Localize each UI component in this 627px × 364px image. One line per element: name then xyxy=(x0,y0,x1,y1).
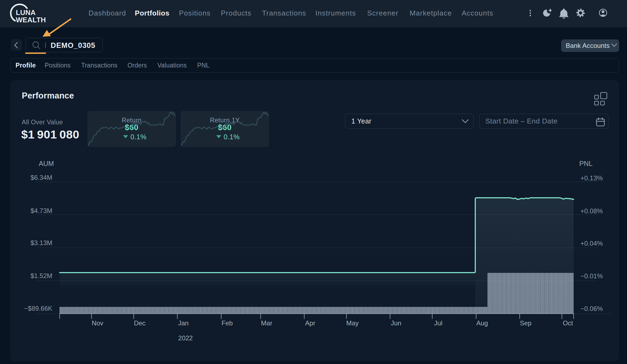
svg-text:Dec: Dec xyxy=(134,319,146,327)
svg-text:+0.13%: +0.13% xyxy=(580,174,603,182)
svg-text:$1.52M: $1.52M xyxy=(31,272,52,279)
svg-text:Nov: Nov xyxy=(92,319,104,327)
svg-text:+0.08%: +0.08% xyxy=(580,207,603,215)
svg-text:−0.06%: −0.06% xyxy=(580,305,603,312)
svg-text:LUNA: LUNA xyxy=(16,8,36,17)
svg-text:Jun: Jun xyxy=(391,319,401,327)
svg-text:2022: 2022 xyxy=(178,334,193,342)
svg-text:Aug: Aug xyxy=(476,319,488,327)
svg-text:$6.34M: $6.34M xyxy=(31,174,52,181)
svg-text:$4.73M: $4.73M xyxy=(31,207,52,214)
svg-text:Jan: Jan xyxy=(178,319,189,327)
svg-text:May: May xyxy=(346,319,358,327)
svg-text:−$89.66K: −$89.66K xyxy=(24,305,52,312)
svg-text:Oct: Oct xyxy=(563,319,573,327)
svg-text:PNL: PNL xyxy=(579,160,593,167)
svg-text:AUM: AUM xyxy=(39,160,54,167)
svg-text:WEALTH: WEALTH xyxy=(16,16,46,24)
svg-text:−0.01%: −0.01% xyxy=(580,272,603,280)
svg-text:$3.13M: $3.13M xyxy=(31,239,52,246)
svg-text:Jul: Jul xyxy=(434,319,443,327)
svg-text:Apr: Apr xyxy=(305,319,315,327)
svg-text:+0.04%: +0.04% xyxy=(580,240,603,247)
svg-text:Sep: Sep xyxy=(520,319,532,327)
svg-text:Mar: Mar xyxy=(261,319,272,327)
svg-text:Feb: Feb xyxy=(221,319,233,327)
